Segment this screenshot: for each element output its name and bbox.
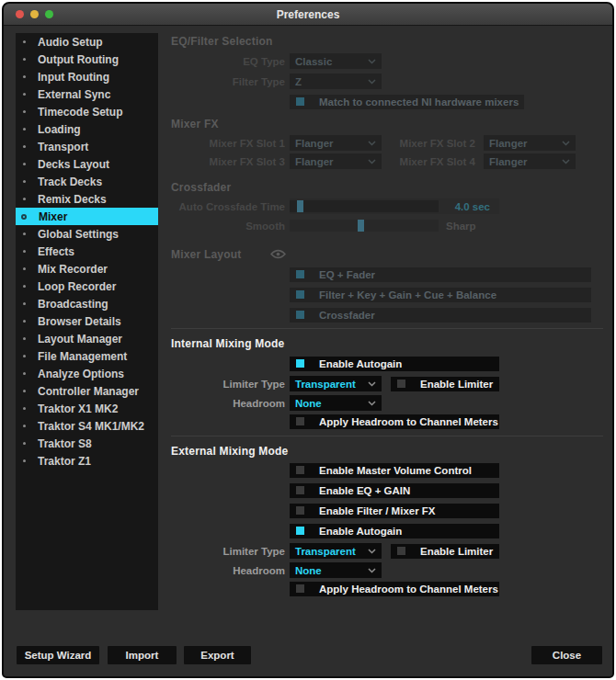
checkbox-label: EQ + Fader <box>319 269 375 280</box>
eq-type-row: EQ Type Classic <box>171 53 603 69</box>
sidebar-item-label: Loop Recorder <box>38 280 116 293</box>
external-option-enable-filter-mixer-fx[interactable]: Enable Filter / Mixer FX <box>290 504 499 518</box>
slider-handle[interactable] <box>358 220 364 232</box>
checkbox-icon <box>397 547 405 555</box>
external-enable-limiter-checkbox[interactable]: Enable Limiter <box>391 544 499 559</box>
sidebar-item-external-sync[interactable]: External Sync <box>16 85 158 103</box>
auto-crossfade-time-value: 4.0 sec <box>439 201 499 212</box>
external-option-enable-autogain[interactable]: Enable Autogain <box>290 524 499 538</box>
eq-type-select[interactable]: Classic <box>290 53 382 69</box>
bullet-icon <box>23 163 26 165</box>
checkbox-icon <box>296 466 304 474</box>
slider-handle[interactable] <box>297 200 303 212</box>
external-apply-headroom-checkbox[interactable]: Apply Headroom to Channel Meters <box>290 582 499 596</box>
sidebar-item-timecode-setup[interactable]: Timecode Setup <box>16 103 158 120</box>
section-title: Mixer FX <box>171 118 219 130</box>
sidebar-item-track-decks[interactable]: Track Decks <box>16 173 158 190</box>
sidebar-item-mix-recorder[interactable]: Mix Recorder <box>16 260 158 278</box>
mixer-layout-option-eq-fader[interactable]: EQ + Fader <box>290 267 591 282</box>
sidebar-item-mixer[interactable]: Mixer <box>16 208 158 225</box>
bullet-icon <box>23 250 26 253</box>
sidebar-item-decks-layout[interactable]: Decks Layout <box>16 155 158 173</box>
filter-type-select[interactable]: Z <box>290 74 382 89</box>
sidebar-item-broadcasting[interactable]: Broadcasting <box>16 295 158 312</box>
external-limiter-type-select[interactable]: Transparent <box>290 543 382 559</box>
mixer-fx-slot-1-select[interactable]: Flanger <box>290 135 382 151</box>
checkbox-label: Enable Autogain <box>319 526 402 537</box>
internal-apply-headroom-checkbox[interactable]: Apply Headroom to Channel Meters <box>290 414 499 429</box>
sidebar-item-label: External Sync <box>38 88 110 101</box>
sidebar-item-label: Timecode Setup <box>38 106 122 119</box>
setup-wizard-button[interactable]: Setup Wizard <box>17 646 99 664</box>
auto-crossfade-time-row: Auto Crossfade Time 4.0 sec <box>171 198 603 214</box>
sidebar-item-loading[interactable]: Loading <box>16 120 158 138</box>
sidebar-item-controller-manager[interactable]: Controller Manager <box>16 382 158 400</box>
slider-track[interactable] <box>290 200 439 212</box>
section-title: Internal Mixing Mode <box>171 337 284 350</box>
mixer-layout-option-crossfader[interactable]: Crossfader <box>290 308 591 323</box>
sidebar-item-output-routing[interactable]: Output Routing <box>16 51 158 68</box>
sidebar-item-remix-decks[interactable]: Remix Decks <box>16 190 158 208</box>
import-button[interactable]: Import <box>108 646 177 664</box>
internal-headroom-select[interactable]: None <box>290 395 382 411</box>
chevron-down-icon <box>562 141 570 146</box>
sidebar-item-global-settings[interactable]: Global Settings <box>16 225 158 243</box>
mixer-fx-slot-label: Mixer FX Slot 3 <box>171 156 285 167</box>
section-title: EQ/Filter Selection <box>171 35 273 48</box>
internal-enable-autogain-checkbox[interactable]: Enable Autogain <box>290 357 499 371</box>
match-ni-hardware-checkbox[interactable]: Match to connected NI hardware mixers <box>290 95 524 109</box>
auto-crossfade-time-slider[interactable]: 4.0 sec <box>290 198 499 214</box>
external-mixing-options: Enable Master Volume ControlEnable EQ + … <box>171 462 603 538</box>
sidebar: Audio SetupOutput RoutingInput RoutingEx… <box>16 33 158 610</box>
checkbox-label: Match to connected NI hardware mixers <box>319 96 519 108</box>
sidebar-item-analyze-options[interactable]: Analyze Options <box>16 365 158 382</box>
external-option-enable-master-volume-control[interactable]: Enable Master Volume Control <box>290 463 499 478</box>
internal-limiter-type-select[interactable]: Transparent <box>290 376 382 391</box>
sidebar-item-label: Layout Manager <box>38 333 122 346</box>
sidebar-item-traktor-s4-mk1-mk2[interactable]: Traktor S4 MK1/MK2 <box>16 417 158 435</box>
bullet-icon <box>23 320 26 323</box>
external-option-enable-eq-gain[interactable]: Enable EQ + GAIN <box>290 483 499 498</box>
mixer-fx-slot-3-select[interactable]: Flanger <box>290 153 382 169</box>
sidebar-item-traktor-s8[interactable]: Traktor S8 <box>16 435 158 452</box>
headroom-label: Headroom <box>171 398 285 409</box>
close-button[interactable]: Close <box>531 646 602 664</box>
internal-limiter-row: Limiter Type Transparent Enable Limiter <box>171 376 603 391</box>
bullet-icon <box>23 285 26 288</box>
bullet-icon <box>23 267 26 270</box>
bullet-icon <box>23 75 26 78</box>
selected-value: None <box>295 398 322 409</box>
chevron-down-icon <box>368 141 376 146</box>
eq-type-label: EQ Type <box>171 56 285 67</box>
chevron-down-icon <box>562 159 570 164</box>
mixer-layout-option-filter-key-gain-cue-balance[interactable]: Filter + Key + Gain + Cue + Balance <box>290 288 591 302</box>
sidebar-item-file-management[interactable]: File Management <box>16 347 158 365</box>
sidebar-item-label: Effects <box>38 245 74 258</box>
sidebar-item-label: Controller Manager <box>38 385 139 398</box>
sidebar-item-layout-manager[interactable]: Layout Manager <box>16 330 158 347</box>
sidebar-item-traktor-z1[interactable]: Traktor Z1 <box>16 452 158 470</box>
smooth-sharp-slider[interactable] <box>290 220 439 232</box>
sidebar-item-browser-details[interactable]: Browser Details <box>16 312 158 330</box>
external-headroom-select[interactable]: None <box>290 562 382 578</box>
section-mixer-fx: Mixer FX Mixer FX Slot 1FlangerMixer FX … <box>171 117 603 169</box>
sidebar-item-traktor-x1-mk2[interactable]: Traktor X1 MK2 <box>16 400 158 417</box>
internal-enable-limiter-checkbox[interactable]: Enable Limiter <box>391 377 499 391</box>
export-button[interactable]: Export <box>184 646 251 664</box>
section-mixer-layout: Mixer Layout EQ + FaderFilter + Key + Ga… <box>171 246 603 323</box>
sidebar-item-input-routing[interactable]: Input Routing <box>16 68 158 85</box>
preferences-window: Preferences Audio SetupOutput RoutingInp… <box>2 2 614 678</box>
sidebar-item-transport[interactable]: Transport <box>16 138 158 155</box>
selected-value: Z <box>295 76 302 87</box>
mixer-fx-slot-4-select[interactable]: Flanger <box>484 153 576 169</box>
sidebar-item-effects[interactable]: Effects <box>16 243 158 260</box>
mixer-fx-slot-2-select[interactable]: Flanger <box>484 135 576 151</box>
chevron-down-icon <box>368 549 376 554</box>
checkbox-label: Enable Master Volume Control <box>319 465 472 476</box>
sidebar-item-loop-recorder[interactable]: Loop Recorder <box>16 278 158 295</box>
sidebar-item-label: Decks Layout <box>38 158 109 171</box>
bullet-icon <box>23 58 26 61</box>
titlebar[interactable]: Preferences <box>4 4 612 26</box>
sidebar-item-audio-setup[interactable]: Audio Setup <box>16 33 158 51</box>
sidebar-item-label: Traktor Z1 <box>38 455 91 468</box>
